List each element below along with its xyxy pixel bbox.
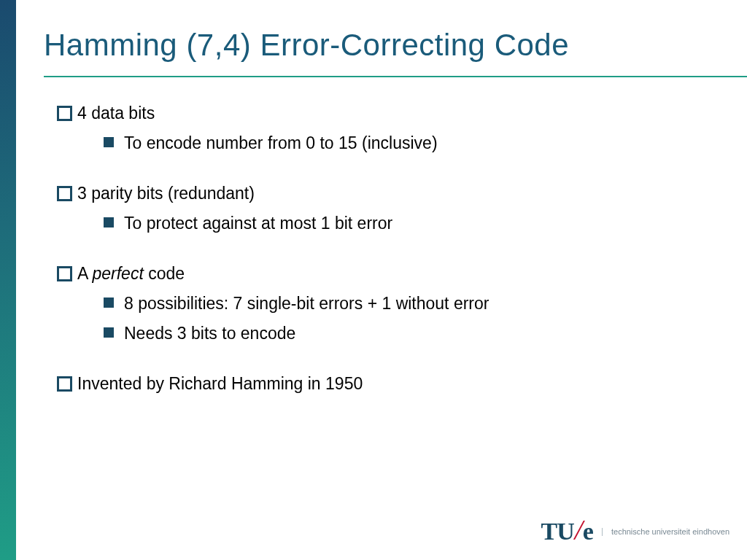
logo-slash-icon: /	[575, 518, 582, 542]
bullet-text: Invented by Richard Hamming in 1950	[77, 374, 363, 393]
logo-tu: TU	[541, 518, 574, 545]
slide: Hamming (7,4) Error-Correcting Code 4 da…	[0, 0, 747, 560]
text-fragment: A	[77, 264, 92, 283]
bullet-text: Needs 3 bits to encode	[124, 324, 295, 343]
bullet-level2: To encode number from 0 to 15 (inclusive…	[104, 132, 703, 155]
left-accent-bar	[0, 0, 16, 560]
bullet-text: A perfect code	[77, 264, 185, 283]
title-underline	[44, 76, 747, 77]
slide-content: 4 data bits To encode number from 0 to 1…	[57, 102, 703, 395]
bullet-level2: To protect against at most 1 bit error	[104, 212, 703, 235]
bullet-text: 8 possibilities: 7 single-bit errors + 1…	[124, 294, 489, 313]
bullet-text: 3 parity bits (redundant)	[77, 184, 255, 203]
university-name: technische universiteit eindhoven	[602, 528, 729, 536]
footer-logo: TU/e technische universiteit eindhoven	[541, 518, 730, 545]
emphasis-text: perfect	[92, 264, 143, 283]
bullet-text: To protect against at most 1 bit error	[124, 214, 392, 233]
bullet-level2: 8 possibilities: 7 single-bit errors + 1…	[104, 292, 703, 315]
slide-title: Hamming (7,4) Error-Correcting Code	[44, 28, 569, 63]
bullet-text: To encode number from 0 to 15 (inclusive…	[124, 133, 438, 152]
logo-e: e	[583, 518, 593, 545]
bullet-text: 4 data bits	[77, 104, 155, 122]
bullet-level2: Needs 3 bits to encode	[104, 322, 703, 345]
tue-logo-icon: TU/e	[541, 518, 593, 545]
bullet-level1: A perfect code 8 possibilities: 7 single…	[57, 262, 703, 345]
bullet-level1: Invented by Richard Hamming in 1950	[57, 373, 703, 395]
bullet-level1: 3 parity bits (redundant) To protect aga…	[57, 182, 703, 235]
bullet-level1: 4 data bits To encode number from 0 to 1…	[57, 102, 703, 155]
text-fragment: code	[144, 264, 185, 283]
